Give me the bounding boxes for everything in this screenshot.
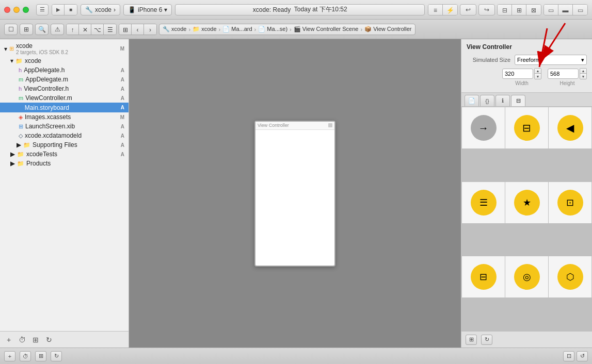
- xcode-disclosure: ▾: [10, 57, 13, 64]
- simulated-size-select[interactable]: Freeform ▾: [515, 55, 587, 65]
- stop-button[interactable]: ■: [65, 5, 77, 15]
- launch-icon: ⊞: [19, 123, 23, 130]
- undo-button[interactable]: ↩: [460, 4, 476, 15]
- grid-view-btn[interactable]: ⊞: [119, 24, 132, 35]
- sidebar-toggle-button[interactable]: ☰: [36, 4, 49, 15]
- bottom-canvas-btn[interactable]: ⊡: [563, 351, 574, 361]
- assistant-editor-btn[interactable]: ⊞: [512, 5, 526, 15]
- obj-cell-featured[interactable]: ★: [505, 182, 548, 223]
- width-stepper-down[interactable]: ▼: [535, 74, 541, 79]
- width-stepper[interactable]: ▲ ▼: [534, 68, 541, 79]
- panel-bottom-refresh-btn[interactable]: ↻: [481, 335, 492, 345]
- right-panel-btn[interactable]: ▭: [573, 5, 587, 15]
- sidebar-item-appdelegate-m[interactable]: m AppDelegate.m A: [0, 75, 129, 84]
- sep4: ›: [290, 26, 292, 32]
- breadcrumb-item-6[interactable]: 📦 View Controller: [364, 26, 411, 32]
- quick-help-tab[interactable]: {}: [480, 95, 494, 106]
- width-input[interactable]: 320: [502, 69, 533, 79]
- sidebar-item-xcode[interactable]: ▾ 📁 xcode: [0, 56, 129, 65]
- sidebar-item-xcodetests[interactable]: ▶ 📁 xcodeTests A: [0, 150, 129, 159]
- width-stepper-up[interactable]: ▲: [535, 69, 541, 74]
- add-sidebar-btn[interactable]: +: [4, 335, 13, 344]
- bottom-clock-btn[interactable]: ⏱: [20, 351, 31, 361]
- bottom-panel-btn[interactable]: ▬: [558, 5, 573, 15]
- bottom-add-btn[interactable]: +: [4, 351, 15, 361]
- breakpoint-button[interactable]: ≡: [428, 5, 443, 15]
- search-sidebar-btn[interactable]: ↻: [44, 335, 54, 344]
- file-inspector-tab[interactable]: 📄: [465, 95, 479, 106]
- obj-cell-image[interactable]: ◎: [505, 256, 548, 297]
- sidebar-item-viewcontroller-h[interactable]: h ViewController.h A: [0, 84, 129, 93]
- branch-button[interactable]: ⌥: [91, 24, 104, 35]
- vc-label: View Controller: [258, 123, 289, 128]
- root-badge: M: [120, 46, 124, 52]
- search-toolbar-button[interactable]: 🔍: [35, 24, 49, 35]
- height-stepper-down[interactable]: ▼: [580, 74, 586, 79]
- sidebar-item-datamodel[interactable]: ◇ xcode.xcdatamodeld A: [0, 131, 129, 140]
- appdel-badge: A: [121, 77, 124, 82]
- sidebar-item-mainstoryboard[interactable]: ■ Main.storyboard A: [0, 103, 129, 112]
- bottom-grid-btn[interactable]: ⊞: [35, 351, 46, 361]
- sidebar-item-launchscreen[interactable]: ⊞ LaunchScreen.xib A: [0, 122, 129, 131]
- sidebar-item-viewcontroller-m[interactable]: m ViewController.m A: [0, 93, 129, 103]
- sidebar-item-appdelegate-h[interactable]: h AppDelegate.h A: [0, 65, 129, 75]
- sep2: ›: [219, 26, 221, 32]
- warning-toolbar-button[interactable]: ⚠: [51, 24, 64, 35]
- standard-editor-btn[interactable]: ⊟: [498, 5, 512, 15]
- run-stop-segment: ▶ ■: [52, 4, 77, 15]
- sb-icon: ■: [19, 104, 23, 111]
- obj-cell-viewcontroller[interactable]: ⊟: [505, 107, 548, 148]
- breadcrumb-item-4[interactable]: 📄 Ma...se): [258, 26, 287, 32]
- dm-icon: ◇: [19, 133, 23, 139]
- status-bar: xcode: Ready Today at 下午10:52: [175, 4, 425, 15]
- forward-btn[interactable]: ›: [144, 24, 156, 35]
- version-editor-btn[interactable]: ⊠: [526, 5, 541, 15]
- obj-cell-table[interactable]: ⊟: [462, 256, 505, 297]
- obj-cell-cube[interactable]: ⬡: [549, 256, 591, 297]
- breadcrumb-item-3[interactable]: 📄 Ma...ard: [222, 26, 252, 32]
- stash-button[interactable]: ☰: [104, 24, 116, 35]
- nav-segment: ⊞ ‹ ›: [119, 24, 157, 35]
- attributes-inspector-tab[interactable]: ⊟: [511, 95, 525, 106]
- device-icon: 📱: [128, 6, 136, 13]
- grid-btn[interactable]: ⊞: [31, 335, 40, 344]
- back-btn[interactable]: ‹: [132, 24, 144, 35]
- run-button[interactable]: ▶: [52, 5, 65, 15]
- panel-bottom-grid-btn[interactable]: ⊞: [466, 335, 477, 345]
- device-selector[interactable]: 📱 iPhone 6 ▾: [123, 4, 172, 15]
- sidebar-item-supporting[interactable]: ▶ 📁 Supporting Files A: [0, 140, 129, 150]
- appdel-label: AppDelegate.m: [25, 76, 68, 83]
- app-scheme-pill[interactable]: 🔧 xcode ›: [81, 4, 120, 15]
- maximize-button[interactable]: [23, 7, 29, 13]
- redo-button[interactable]: ↪: [478, 4, 495, 15]
- obj-cell-navigation[interactable]: →: [462, 107, 505, 148]
- iphone-title-bar: View Controller: [255, 122, 334, 130]
- height-input[interactable]: 568: [548, 69, 579, 79]
- sidebar-item-images[interactable]: ◈ Images.xcassets M: [0, 112, 129, 122]
- obj-cell-back[interactable]: ◀: [549, 107, 591, 148]
- select-chevron: ▾: [581, 57, 584, 63]
- height-stepper-up[interactable]: ▲: [580, 69, 586, 74]
- commit-button[interactable]: ↑: [67, 24, 79, 35]
- breadcrumb-item-1[interactable]: 🔧 xcode: [163, 26, 186, 32]
- left-panel-btn[interactable]: ▭: [544, 5, 558, 15]
- identity-inspector-tab[interactable]: ℹ: [495, 95, 510, 106]
- breadcrumb-item-2[interactable]: 📁 xcode: [193, 26, 216, 32]
- breadcrumb-item-5[interactable]: 🎬 View Controller Scene: [294, 26, 359, 32]
- add-file-button[interactable]: ☐: [4, 24, 18, 35]
- discard-button[interactable]: ✕: [79, 24, 91, 35]
- obj-cell-split[interactable]: ⊡: [549, 182, 591, 223]
- bottom-refresh-btn[interactable]: ↺: [577, 351, 588, 361]
- close-button[interactable]: [4, 7, 10, 13]
- warnings-button[interactable]: ⚡: [443, 5, 457, 15]
- back-icon: ◀: [557, 115, 583, 141]
- iphone-frame[interactable]: View Controller: [254, 121, 335, 267]
- clock-btn[interactable]: ⏱: [18, 335, 27, 344]
- sidebar-item-root[interactable]: ▾ ⊞ xcode 2 targets, iOS SDK 8.2 M: [0, 41, 129, 56]
- height-stepper[interactable]: ▲ ▼: [580, 68, 587, 79]
- sidebar-item-products[interactable]: ▶ 📁 Products: [0, 159, 129, 168]
- obj-cell-list[interactable]: ☰: [462, 182, 505, 223]
- bottom-search-btn[interactable]: ↻: [51, 351, 62, 361]
- minimize-button[interactable]: [13, 7, 20, 13]
- folder-button[interactable]: ⊞: [20, 24, 33, 35]
